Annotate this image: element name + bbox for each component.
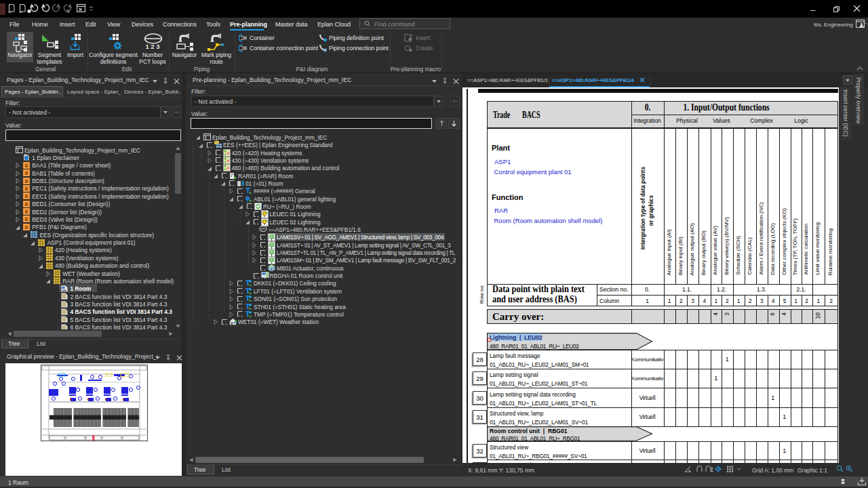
svg-text:&: & — [24, 201, 28, 206]
svg-text:&: & — [24, 163, 28, 167]
svg-text:&: & — [24, 209, 28, 214]
svg-text:&: & — [24, 178, 28, 183]
svg-text:&: & — [24, 171, 28, 176]
svg-text:&: & — [24, 194, 28, 199]
svg-text:&: & — [24, 186, 28, 190]
svg-text:&: & — [24, 217, 28, 222]
svg-text:&: & — [24, 224, 28, 229]
